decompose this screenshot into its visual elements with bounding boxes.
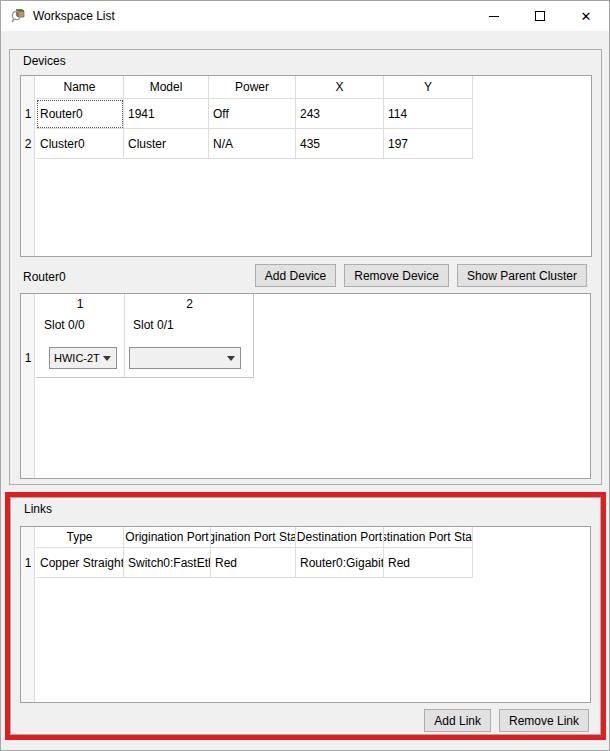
device-x-cell[interactable]: 243	[296, 99, 384, 129]
slot-col-number: 2	[125, 297, 254, 311]
links-label: Links	[24, 502, 52, 516]
maximize-icon	[535, 11, 545, 21]
add-link-button[interactable]: Add Link	[424, 709, 491, 732]
slot-col-number: 1	[36, 297, 124, 311]
col-header-type[interactable]: Type	[36, 527, 124, 548]
col-header-x[interactable]: X	[296, 76, 384, 99]
links-header-row: Type Origination Port igination Port Sta…	[36, 527, 473, 548]
highlight-rectangle: Links 1 Type Origination Port igination …	[5, 492, 606, 740]
device-model-cell[interactable]: Cluster	[124, 129, 209, 159]
row-number[interactable]: 1	[21, 548, 35, 578]
remove-link-button[interactable]: Remove Link	[499, 709, 589, 732]
modules-row-gutter	[21, 294, 35, 478]
chevron-down-icon	[227, 356, 235, 361]
dropdown-value: HWIC-2T	[54, 352, 102, 364]
remove-device-button[interactable]: Remove Device	[344, 264, 449, 287]
maximize-button[interactable]	[517, 1, 563, 31]
row-number[interactable]: 1	[21, 99, 35, 129]
slot0-module-dropdown[interactable]: HWIC-2T	[49, 347, 117, 369]
row-number[interactable]: 2	[21, 129, 35, 159]
link-destination-port-cell[interactable]: Router0:Gigabit...	[296, 548, 384, 578]
table-row[interactable]: Copper Straight... Switch0:FastEth... Re…	[36, 548, 473, 578]
col-header-destination-port-status[interactable]: stination Port Stat	[384, 527, 473, 548]
device-name-cell[interactable]: Cluster0	[36, 129, 124, 159]
device-y-cell[interactable]: 197	[384, 129, 473, 159]
links-table[interactable]: 1 Type Origination Port igination Port S…	[20, 526, 591, 703]
slot-grid: 1 2 Slot 0/0 Slot 0/1 HWIC-2T	[36, 294, 254, 378]
slot1-module-dropdown[interactable]	[129, 347, 241, 369]
modules-table[interactable]: 1 1 2 Slot 0/0 Slot 0/1 HWIC-2T	[20, 293, 591, 479]
close-button[interactable]: ✕	[563, 1, 609, 31]
packet-tracer-icon	[11, 8, 27, 24]
device-name-cell[interactable]: Router0	[36, 99, 124, 129]
device-power-cell[interactable]: Off	[209, 99, 296, 129]
col-header-model[interactable]: Model	[124, 76, 209, 99]
table-row[interactable]: Cluster0 Cluster N/A 435 197	[36, 129, 473, 159]
devices-label: Devices	[23, 54, 66, 68]
device-y-cell[interactable]: 114	[384, 99, 473, 129]
minimize-icon	[489, 16, 499, 17]
link-origination-status-cell[interactable]: Red	[211, 548, 296, 578]
workspace-list-window: Workspace List ✕ Devices 1 2 Name Model …	[0, 0, 610, 751]
row-number[interactable]: 1	[21, 347, 35, 369]
col-header-name[interactable]: Name	[36, 76, 124, 99]
slot-label: Slot 0/1	[125, 318, 254, 334]
link-destination-status-cell[interactable]: Red	[384, 548, 473, 578]
devices-header-row: Name Model Power X Y	[36, 76, 473, 99]
device-power-cell[interactable]: N/A	[209, 129, 296, 159]
titlebar: Workspace List ✕	[1, 1, 609, 31]
devices-groupbox: Devices 1 2 Name Model Power X Y Router0…	[9, 49, 602, 485]
col-header-y[interactable]: Y	[384, 76, 473, 99]
col-header-origination-port[interactable]: Origination Port	[124, 527, 211, 548]
close-icon: ✕	[581, 10, 592, 23]
col-header-origination-port-status[interactable]: igination Port Stat	[211, 527, 296, 548]
window-title: Workspace List	[33, 1, 115, 31]
selected-device-label: Router0	[23, 270, 66, 284]
devices-table[interactable]: 1 2 Name Model Power X Y Router0 1941 Of…	[20, 75, 592, 257]
minimize-button[interactable]	[471, 1, 517, 31]
link-type-cell[interactable]: Copper Straight...	[36, 548, 124, 578]
col-header-destination-port[interactable]: Destination Port	[296, 527, 384, 548]
show-parent-cluster-button[interactable]: Show Parent Cluster	[457, 264, 587, 287]
links-groupbox: Links 1 Type Origination Port igination …	[10, 497, 601, 735]
col-header-power[interactable]: Power	[209, 76, 296, 99]
link-origination-port-cell[interactable]: Switch0:FastEth...	[124, 548, 211, 578]
device-model-cell[interactable]: 1941	[124, 99, 209, 129]
add-device-button[interactable]: Add Device	[255, 264, 336, 287]
device-x-cell[interactable]: 435	[296, 129, 384, 159]
chevron-down-icon	[103, 356, 111, 361]
table-row[interactable]: Router0 1941 Off 243 114	[36, 99, 473, 129]
slot-label: Slot 0/0	[36, 318, 124, 334]
